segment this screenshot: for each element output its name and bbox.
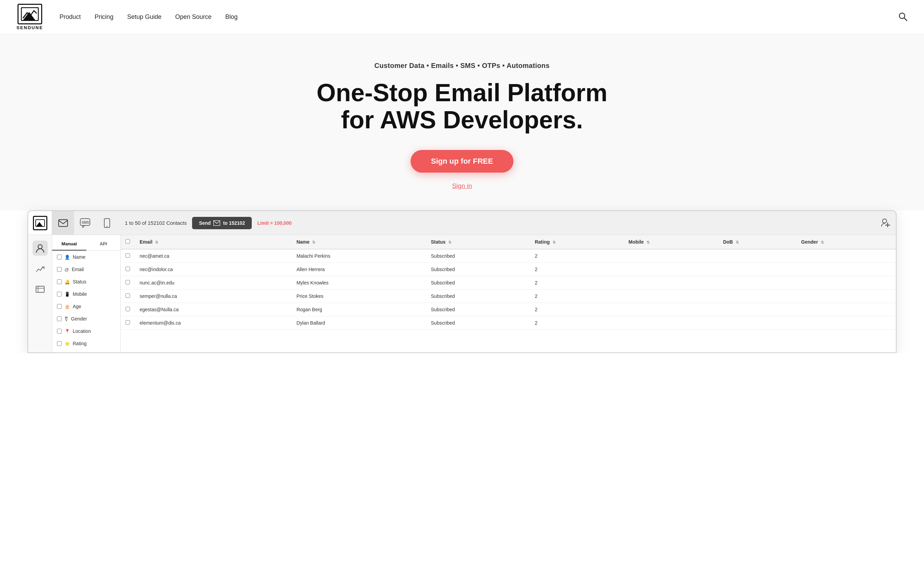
field-age-label: Age — [73, 304, 81, 309]
mobile-sort-icon[interactable]: ⇅ — [647, 240, 650, 244]
contacts-count-text: 1 to 50 of 152102 Contacts — [125, 220, 186, 226]
select-all-header[interactable] — [121, 235, 135, 249]
row-mobile — [624, 290, 719, 303]
field-mobile-label: Mobile — [73, 291, 87, 297]
signin-link[interactable]: Sign in — [17, 182, 907, 190]
email-sort-icon[interactable]: ⇅ — [155, 240, 158, 244]
add-contact-icon[interactable] — [881, 218, 890, 228]
row-checkbox[interactable] — [126, 267, 130, 271]
sms-icon-btn[interactable]: SMS — [74, 211, 96, 235]
table-row[interactable]: elementum@dis.ca Dylan Ballard Subscribe… — [121, 316, 896, 330]
dashboard-body: Manual API 👤 Name @ Email 🔔 Status — [28, 235, 896, 352]
nav-item-blog[interactable]: Blog — [225, 13, 238, 21]
table-row[interactable]: nunc.ac@in.edu Myles Knowles Subscribed … — [121, 276, 896, 290]
field-rating[interactable]: ⭐ Rating — [52, 337, 120, 350]
field-location[interactable]: 📍 Location — [52, 325, 120, 337]
table-row[interactable]: semper@nulla.ca Price Stokes Subscribed … — [121, 290, 896, 303]
field-name-label: Name — [73, 254, 85, 260]
field-location-checkbox[interactable] — [57, 329, 62, 333]
row-checkbox[interactable] — [126, 253, 130, 258]
db-logo-inner — [33, 216, 47, 230]
nav-item-product[interactable]: Product — [60, 13, 81, 21]
row-checkbox-cell[interactable] — [121, 303, 135, 316]
row-checkbox[interactable] — [126, 307, 130, 311]
field-age-checkbox[interactable] — [57, 304, 62, 309]
nav-item-open-source[interactable]: Open Source — [175, 13, 212, 21]
name-sort-icon[interactable]: ⇅ — [312, 240, 315, 244]
row-gender — [796, 249, 896, 263]
sidebar-campaigns-icon[interactable] — [32, 282, 48, 297]
row-status: Subscribed — [426, 276, 530, 290]
row-checkbox-cell[interactable] — [121, 290, 135, 303]
hero-section: Customer Data • Emails • SMS • OTPs • Au… — [0, 34, 924, 210]
row-email: elementum@dis.ca — [135, 316, 291, 330]
row-dob — [718, 249, 796, 263]
svg-rect-11 — [214, 220, 220, 225]
row-checkbox-cell[interactable] — [121, 249, 135, 263]
row-rating: 2 — [530, 263, 624, 276]
hero-subtitle: Customer Data • Emails • SMS • OTPs • Au… — [17, 62, 907, 69]
at-icon: @ — [65, 267, 69, 272]
field-email[interactable]: @ Email — [52, 263, 120, 276]
svg-point-12 — [882, 219, 887, 223]
dashboard-topbar: SMS 1 to 50 of 152102 Contacts Send to 1 — [28, 211, 896, 235]
field-name[interactable]: 👤 Name — [52, 251, 120, 263]
row-checkbox[interactable] — [126, 280, 130, 284]
row-checkbox[interactable] — [126, 293, 130, 298]
row-dob — [718, 276, 796, 290]
svg-point-10 — [107, 226, 108, 227]
table-row[interactable]: nec@indolor.ca Allen Herrera Subscribed … — [121, 263, 896, 276]
row-checkbox-cell[interactable] — [121, 263, 135, 276]
db-icon-group: SMS — [52, 211, 118, 235]
logo-link[interactable]: SENDUNE — [17, 4, 43, 30]
contacts-info: 1 to 50 of 152102 Contacts Send to 15210… — [118, 217, 881, 229]
mobile-icon-btn[interactable] — [96, 211, 118, 235]
row-status: Subscribed — [426, 303, 530, 316]
field-mobile-checkbox[interactable] — [57, 292, 62, 296]
nav-item-setup-guide[interactable]: Setup Guide — [127, 13, 162, 21]
row-checkbox[interactable] — [126, 320, 130, 325]
send-email-icon — [213, 220, 220, 226]
signup-button[interactable]: Sign up for FREE — [411, 150, 514, 173]
email-icon-btn[interactable] — [52, 211, 74, 235]
row-dob — [718, 303, 796, 316]
col-email: Email ⇅ — [135, 235, 291, 249]
logo-box — [17, 4, 42, 25]
row-dob — [718, 263, 796, 276]
status-sort-icon[interactable]: ⇅ — [448, 240, 451, 244]
field-mobile[interactable]: 📱 Mobile — [52, 288, 120, 300]
tab-api[interactable]: API — [86, 238, 121, 250]
sidebar-analytics-icon[interactable] — [32, 261, 48, 276]
send-button[interactable]: Send to 152102 — [192, 217, 252, 229]
gender-sort-icon[interactable]: ⇅ — [821, 240, 824, 244]
field-status-checkbox[interactable] — [57, 279, 62, 284]
svg-line-3 — [904, 18, 907, 21]
logo-icon — [21, 7, 39, 21]
field-location-label: Location — [73, 329, 91, 334]
nav-item-pricing[interactable]: Pricing — [95, 13, 114, 21]
select-all-checkbox[interactable] — [126, 239, 130, 244]
row-checkbox-cell[interactable] — [121, 316, 135, 330]
field-email-checkbox[interactable] — [57, 267, 62, 272]
limit-text: Limit = 100,000 — [257, 220, 291, 226]
col-status: Status ⇅ — [426, 235, 530, 249]
person-icon: 👤 — [65, 255, 70, 260]
col-name: Name ⇅ — [291, 235, 426, 249]
field-rating-checkbox[interactable] — [57, 341, 62, 346]
field-status[interactable]: 🔔 Status — [52, 276, 120, 288]
dob-sort-icon[interactable]: ⇅ — [736, 240, 739, 244]
table-row[interactable]: nec@amet.ca Malachi Perkins Subscribed 2 — [121, 249, 896, 263]
field-name-checkbox[interactable] — [57, 255, 62, 259]
search-icon[interactable] — [898, 12, 907, 23]
tab-manual[interactable]: Manual — [52, 238, 86, 250]
row-mobile — [624, 276, 719, 290]
rating-sort-icon[interactable]: ⇅ — [553, 240, 556, 244]
row-dob — [718, 316, 796, 330]
sidebar-contacts-icon[interactable] — [32, 241, 48, 256]
field-gender[interactable]: ⚧ Gender — [52, 313, 120, 325]
row-gender — [796, 276, 896, 290]
table-row[interactable]: egestas@Nulla.ca Rogan Berg Subscribed 2 — [121, 303, 896, 316]
field-gender-checkbox[interactable] — [57, 316, 62, 321]
row-checkbox-cell[interactable] — [121, 276, 135, 290]
field-age[interactable]: 🎂 Age — [52, 300, 120, 313]
